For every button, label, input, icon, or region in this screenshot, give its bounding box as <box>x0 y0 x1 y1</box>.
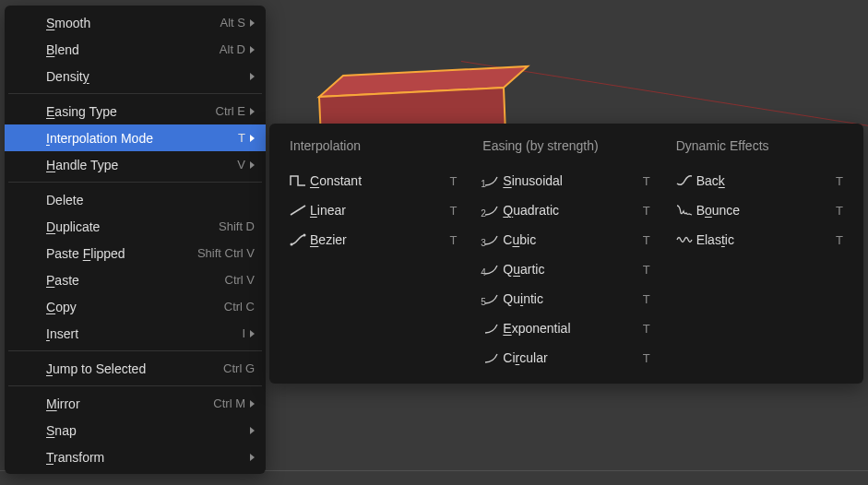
bezier-icon <box>286 233 310 246</box>
submenu-header: Dynamic Effects <box>669 135 850 166</box>
submenu-arrow-icon <box>250 427 255 434</box>
back-icon <box>672 174 696 187</box>
submenu-item-constant[interactable]: ConstantT <box>282 166 464 195</box>
constant-icon <box>286 174 310 187</box>
submenu-item-shortcut: T <box>643 233 650 247</box>
submenu-item-label: Sinusoidal <box>503 173 642 188</box>
menu-item-shortcut: Ctrl M <box>213 396 255 410</box>
menu-item-shortcut: T <box>238 131 255 145</box>
submenu-item-shortcut: T <box>449 233 457 247</box>
submenu-item-back[interactable]: BackT <box>669 166 850 195</box>
menu-item-shortcut <box>247 454 255 461</box>
menu-item-label: Handle Type <box>46 158 237 172</box>
menu-item-shortcut <box>247 427 255 434</box>
menu-item-handle-type[interactable]: Handle TypeV <box>5 151 266 178</box>
submenu-item-shortcut: T <box>643 174 650 188</box>
submenu-header: Interpolation <box>282 135 464 166</box>
submenu-arrow-icon <box>250 135 255 142</box>
menu-item-duplicate[interactable]: DuplicateShift D <box>5 213 266 240</box>
submenu-arrow-icon <box>250 46 255 53</box>
menu-item-label: Copy <box>46 300 224 314</box>
menu-item-paste[interactable]: PasteCtrl V <box>5 266 266 293</box>
menu-item-shortcut: Shift Ctrl V <box>197 246 255 260</box>
submenu-item-shortcut: T <box>643 204 650 218</box>
submenu-column: InterpolationConstantTLinearTBezierT <box>277 135 470 373</box>
submenu-item-shortcut: T <box>643 351 650 365</box>
submenu-item-cubic[interactable]: 3CubicT <box>475 225 657 254</box>
menu-item-smooth[interactable]: SmoothAlt S <box>5 9 266 36</box>
linear-icon <box>286 204 310 217</box>
menu-item-shortcut <box>247 73 255 80</box>
submenu-item-label: Circular <box>503 350 642 365</box>
menu-item-density[interactable]: Density <box>5 63 266 89</box>
submenu-header: Easing (by strength) <box>475 135 657 166</box>
menu-item-mirror[interactable]: MirrorCtrl M <box>5 390 266 417</box>
menu-item-label: Smooth <box>46 16 220 30</box>
menu-item-label: Easing Type <box>46 104 216 119</box>
submenu-item-bezier[interactable]: BezierT <box>282 225 464 254</box>
submenu-item-label: Back <box>696 173 836 188</box>
menu-separator <box>8 93 262 94</box>
menu-item-shortcut: Shift D <box>219 219 255 233</box>
elastic-icon <box>672 233 696 246</box>
menu-item-label: Duplicate <box>46 219 219 234</box>
menu-item-shortcut: V <box>237 158 255 172</box>
menu-item-blend[interactable]: BlendAlt D <box>5 36 266 63</box>
submenu-column: Easing (by strength)1SinusoidalT2Quadrat… <box>470 135 662 373</box>
menu-item-delete[interactable]: Delete <box>5 186 266 213</box>
submenu-item-shortcut: T <box>449 174 457 188</box>
submenu-item-exponential[interactable]: ExponentialT <box>475 313 657 343</box>
submenu-item-shortcut: T <box>836 233 843 247</box>
submenu-arrow-icon <box>250 108 255 115</box>
bounce-icon <box>672 204 696 217</box>
cube-object[interactable] <box>291 65 529 112</box>
menu-item-label: Mirror <box>46 396 213 411</box>
svg-point-3 <box>303 234 306 237</box>
menu-item-easing-type[interactable]: Easing TypeCtrl E <box>5 98 266 124</box>
menu-item-paste-flipped[interactable]: Paste FlippedShift Ctrl V <box>5 240 266 266</box>
menu-item-shortcut: Alt S <box>220 16 255 30</box>
submenu-item-label: Bezier <box>310 232 449 247</box>
submenu-item-elastic[interactable]: ElasticT <box>669 225 850 254</box>
submenu-item-sinusoidal[interactable]: 1SinusoidalT <box>475 166 657 195</box>
submenu-item-shortcut: T <box>836 174 843 188</box>
menu-item-copy[interactable]: CopyCtrl C <box>5 293 266 320</box>
menu-item-shortcut: Ctrl G <box>223 361 255 375</box>
menu-item-interpolation-mode[interactable]: Interpolation ModeT <box>5 124 266 151</box>
menu-item-insert[interactable]: InsertI <box>5 320 266 347</box>
menu-item-label: Jump to Selected <box>46 361 223 376</box>
submenu-column: Dynamic EffectsBackTBounceTElasticT <box>663 135 856 373</box>
menu-item-shortcut: Ctrl E <box>216 104 256 118</box>
submenu-item-label: Constant <box>310 173 449 188</box>
menu-item-transform[interactable]: Transform <box>5 444 266 470</box>
submenu-arrow-icon <box>250 161 255 169</box>
submenu-arrow-icon <box>250 454 255 461</box>
menu-item-jump-to-selected[interactable]: Jump to SelectedCtrl G <box>5 355 266 382</box>
submenu-item-quartic[interactable]: 4QuarticT <box>475 254 657 284</box>
submenu-item-bounce[interactable]: BounceT <box>669 195 850 225</box>
menu-item-label: Interpolation Mode <box>46 131 238 146</box>
submenu-item-shortcut: T <box>449 204 457 218</box>
submenu-item-quintic[interactable]: 5QuinticT <box>475 284 657 313</box>
submenu-arrow-icon <box>250 400 255 408</box>
submenu-item-circular[interactable]: CircularT <box>475 343 657 373</box>
submenu-item-label: Quartic <box>503 262 642 277</box>
menu-item-shortcut: I <box>242 326 255 340</box>
submenu-item-quadratic[interactable]: 2QuadraticT <box>475 195 657 225</box>
menu-item-label: Transform <box>46 450 247 465</box>
submenu-item-label: Elastic <box>696 232 836 247</box>
submenu-item-linear[interactable]: LinearT <box>282 195 464 225</box>
interpolation-submenu: InterpolationConstantTLinearTBezierTEasi… <box>269 124 863 384</box>
submenu-item-label: Quadratic <box>503 203 642 218</box>
submenu-item-label: Cubic <box>503 232 642 247</box>
submenu-arrow-icon <box>250 19 255 27</box>
submenu-item-shortcut: T <box>643 322 650 336</box>
submenu-item-label: Bounce <box>696 203 836 218</box>
menu-item-label: Paste <box>46 273 225 288</box>
svg-point-2 <box>291 243 293 246</box>
menu-separator <box>8 385 262 386</box>
menu-item-shortcut: Alt D <box>220 42 255 56</box>
menu-item-label: Delete <box>46 193 255 207</box>
menu-item-snap[interactable]: Snap <box>5 417 266 444</box>
context-menu: SmoothAlt SBlendAlt DDensityEasing TypeC… <box>5 6 266 474</box>
